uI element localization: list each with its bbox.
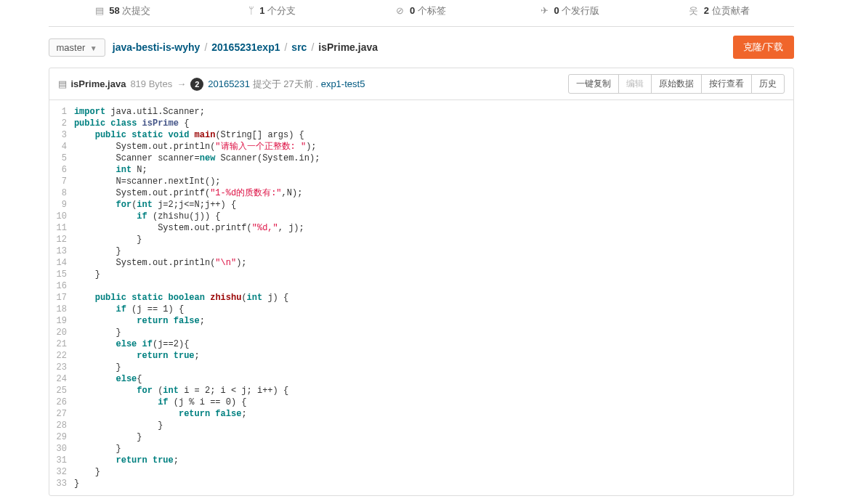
- line-number[interactable]: 25: [57, 385, 67, 397]
- code-viewer: 1234567891011121314151617181920212223242…: [49, 100, 793, 495]
- commit-author[interactable]: 20165231: [208, 78, 250, 89]
- release-icon: ✈: [541, 5, 548, 16]
- line-number[interactable]: 31: [57, 455, 67, 466]
- code-line: }: [74, 420, 785, 431]
- line-number[interactable]: 18: [57, 304, 67, 315]
- line-number[interactable]: 11: [57, 222, 67, 234]
- line-number[interactable]: 13: [57, 245, 67, 257]
- code-line: else if(j==2){: [74, 338, 785, 350]
- code-line: }: [74, 443, 785, 455]
- stat-branches[interactable]: ᛘ 1 个分支: [198, 4, 347, 17]
- line-number[interactable]: 19: [57, 315, 67, 327]
- line-number[interactable]: 7: [57, 176, 67, 187]
- line-number[interactable]: 17: [57, 292, 67, 304]
- contributors-count: 2: [704, 5, 709, 16]
- breadcrumb: java-besti-is-wyhy / 20165231exp1 / src …: [113, 41, 378, 53]
- commit-message[interactable]: exp1-test5: [321, 78, 365, 89]
- code-line: System.out.printf("%d,", j);: [74, 222, 785, 234]
- line-number[interactable]: 30: [57, 443, 67, 455]
- line-number[interactable]: 16: [57, 280, 67, 292]
- line-number[interactable]: 20: [57, 327, 67, 338]
- stat-tags[interactable]: ⊘ 0 个标签: [347, 4, 495, 17]
- line-number[interactable]: 5: [57, 153, 67, 164]
- code-line: }: [74, 245, 785, 257]
- line-number[interactable]: 26: [57, 397, 67, 408]
- line-number[interactable]: 29: [57, 431, 67, 443]
- line-number[interactable]: 6: [57, 164, 67, 176]
- line-number[interactable]: 27: [57, 408, 67, 420]
- commits-label: 次提交: [122, 5, 150, 16]
- tags-count: 0: [410, 5, 415, 16]
- line-number[interactable]: 1: [57, 106, 67, 118]
- copy-button[interactable]: 一键复制: [568, 74, 619, 94]
- line-number[interactable]: 28: [57, 420, 67, 431]
- code-line: public static boolean zhishu(int j) {: [74, 292, 785, 304]
- branch-icon: ᛘ: [248, 5, 254, 16]
- code-line: System.out.println("请输入一个正整数: ");: [74, 141, 785, 153]
- line-number[interactable]: 21: [57, 338, 67, 350]
- branches-count: 1: [259, 5, 264, 16]
- code-line: }: [74, 327, 785, 338]
- edit-button[interactable]: 编辑: [618, 74, 652, 94]
- breadcrumb-file: isPrime.java: [318, 41, 378, 53]
- code-line: }: [74, 478, 785, 489]
- code-line: return false;: [74, 408, 785, 420]
- code-line: }: [74, 431, 785, 443]
- contributors-label: 位贡献者: [712, 5, 750, 16]
- line-number[interactable]: 24: [57, 373, 67, 385]
- line-number[interactable]: 10: [57, 211, 67, 222]
- code-line: }: [74, 466, 785, 478]
- history-button[interactable]: 历史: [751, 74, 785, 94]
- code-line: public class isPrime {: [74, 118, 785, 129]
- breadcrumb-sep: /: [311, 41, 314, 53]
- line-number[interactable]: 3: [57, 129, 67, 141]
- line-number[interactable]: 15: [57, 269, 67, 280]
- code-line: for(int j=2;j<=N;j++) {: [74, 199, 785, 211]
- branch-select[interactable]: master ▼: [49, 38, 105, 57]
- stat-contributors[interactable]: 웃 2 位贡献者: [644, 4, 793, 17]
- releases-label: 个发行版: [562, 5, 599, 16]
- code-line: return true;: [74, 455, 785, 466]
- code-line: N=scanner.nextInt();: [74, 176, 785, 187]
- tags-label: 个标签: [418, 5, 446, 16]
- clone-download-button[interactable]: 克隆/下载: [733, 36, 794, 59]
- code-content: import java.util.Scanner;public class is…: [74, 106, 793, 489]
- line-number[interactable]: 33: [57, 478, 67, 489]
- breadcrumb-root[interactable]: java-besti-is-wyhy: [113, 41, 201, 53]
- line-number[interactable]: 2: [57, 118, 67, 129]
- code-line: [74, 280, 785, 292]
- file-size: 819 Bytes: [130, 78, 172, 89]
- code-line: Scanner scanner=new Scanner(System.in);: [74, 153, 785, 164]
- code-line: return true;: [74, 350, 785, 362]
- code-line: for (int i = 2; i < j; i++) {: [74, 385, 785, 397]
- code-line: if (zhishu(j)) {: [74, 211, 785, 222]
- nav-row: master ▼ java-besti-is-wyhy / 20165231ex…: [49, 27, 794, 68]
- stat-releases[interactable]: ✈ 0 个发行版: [495, 4, 644, 17]
- raw-button[interactable]: 原始数据: [651, 74, 702, 94]
- breadcrumb-sub[interactable]: src: [291, 41, 307, 53]
- code-line: else{: [74, 373, 785, 385]
- code-line: public static void main(String[] args) {: [74, 129, 785, 141]
- line-number[interactable]: 12: [57, 234, 67, 245]
- code-line: return false;: [74, 315, 785, 327]
- contributors-icon: 웃: [689, 5, 698, 16]
- blame-button[interactable]: 按行查看: [701, 74, 752, 94]
- line-number[interactable]: 14: [57, 257, 67, 269]
- code-line: int N;: [74, 164, 785, 176]
- code-line: System.out.println("\n");: [74, 257, 785, 269]
- file-name: isPrime.java: [71, 78, 126, 89]
- line-number[interactable]: 4: [57, 141, 67, 153]
- stat-commits[interactable]: ▤ 58 次提交: [49, 4, 198, 17]
- breadcrumb-dir[interactable]: 20165231exp1: [211, 41, 280, 53]
- line-number[interactable]: 8: [57, 187, 67, 199]
- avatar-badge[interactable]: 2: [190, 78, 203, 91]
- code-line: }: [74, 234, 785, 245]
- line-number[interactable]: 32: [57, 466, 67, 478]
- file-header: ▤ isPrime.java 819 Bytes → 2 20165231 提交…: [49, 68, 793, 100]
- line-number[interactable]: 9: [57, 199, 67, 211]
- breadcrumb-sep: /: [204, 41, 207, 53]
- code-line: import java.util.Scanner;: [74, 106, 785, 118]
- line-number[interactable]: 22: [57, 350, 67, 362]
- file-viewer: ▤ isPrime.java 819 Bytes → 2 20165231 提交…: [49, 68, 794, 496]
- line-number[interactable]: 23: [57, 362, 67, 373]
